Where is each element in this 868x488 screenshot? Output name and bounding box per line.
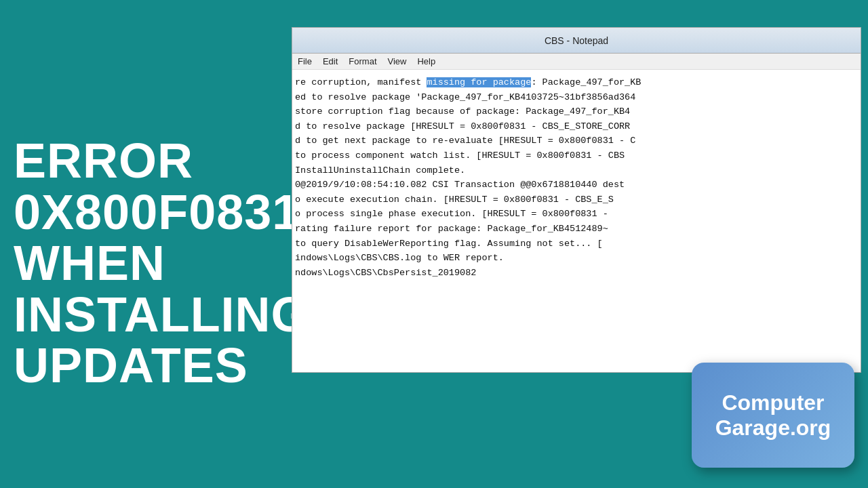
- log-line-11: to query DisableWerReporting flag. Assum…: [295, 237, 858, 251]
- menu-edit[interactable]: Edit: [323, 56, 338, 66]
- heading-line2: 0X800F0831: [14, 185, 300, 239]
- heading-line3: WHEN: [14, 236, 165, 290]
- menu-help[interactable]: Help: [417, 56, 435, 66]
- menu-view[interactable]: View: [388, 56, 407, 66]
- log-line-13: ndows\Logs\CBS\CbsPersist_2019082: [295, 266, 858, 281]
- notepad-window: CBS - Notepad File Edit Format View Help…: [292, 27, 861, 373]
- log-line-0: re corruption, manifest missing for pack…: [295, 75, 858, 90]
- log-line-6: InstallUninstallChain complete.: [295, 163, 858, 178]
- log-line-12: indows\Logs\CBS\CBS.log to WER report.: [295, 251, 858, 266]
- brand-line1: Computer: [722, 390, 824, 415]
- brand-box: Computer Garage.org: [692, 363, 854, 468]
- log-line-10: rating failure report for package: Packa…: [295, 222, 858, 237]
- notepad-title: CBS - Notepad: [545, 35, 608, 46]
- heading-line1: ERROR: [14, 134, 193, 188]
- log-line-9: o process single phase execution. [HRESU…: [295, 207, 858, 222]
- notepad-menubar: File Edit Format View Help: [292, 54, 861, 70]
- log-line-3: d to resolve package [HRESULT = 0x800f08…: [295, 119, 858, 134]
- left-heading: ERROR 0X800F0831 WHEN INSTALLING UPDATES: [14, 136, 285, 392]
- heading-line5: UPDATES: [14, 338, 248, 392]
- brand-line2: Garage.org: [715, 415, 831, 441]
- log-line-1: ed to resolve package 'Package_497_for_K…: [295, 90, 858, 105]
- log-line-4: d to get next package to re-evaluate [HR…: [295, 134, 858, 148]
- log-line-2: store corruption flag because of package…: [295, 104, 858, 119]
- menu-file[interactable]: File: [298, 56, 312, 66]
- log-line-5: to process component watch list. [HRESUL…: [295, 148, 858, 163]
- log-line-8: o execute execution chain. [HRESULT = 0x…: [295, 192, 858, 207]
- notepad-content[interactable]: re corruption, manifest missing for pack…: [292, 70, 861, 372]
- heading-line4: INSTALLING: [14, 287, 310, 342]
- log-line-7: 0@2019/9/10:08:54:10.082 CSI Transaction…: [295, 178, 858, 192]
- highlight-text: missing for package: [427, 77, 531, 87]
- menu-format[interactable]: Format: [349, 56, 376, 66]
- notepad-titlebar: CBS - Notepad: [292, 28, 861, 54]
